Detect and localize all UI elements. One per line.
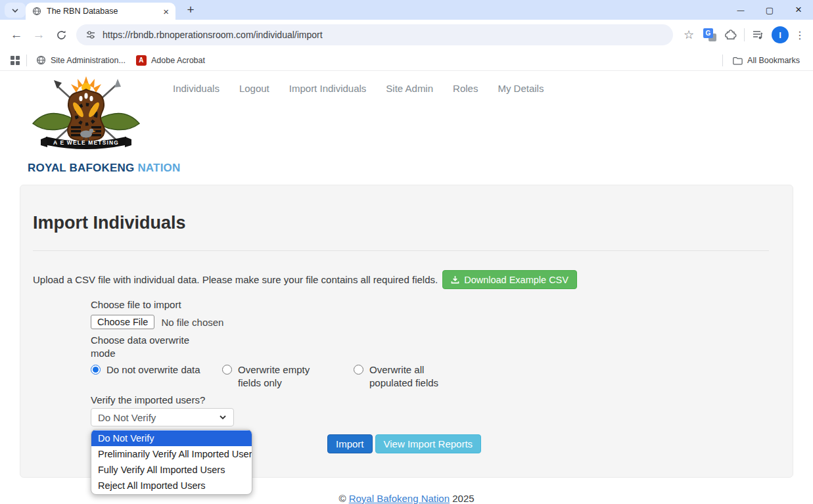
chevron-down-icon xyxy=(11,7,19,14)
download-icon xyxy=(451,275,459,284)
tab-strip: The RBN Database × + — ▢ × xyxy=(0,0,813,20)
logo-name-light: NATION xyxy=(137,162,180,174)
browser-window: The RBN Database × + — ▢ × ← → https://r… xyxy=(0,0,813,504)
browser-tab[interactable]: The RBN Database × xyxy=(26,3,175,20)
verify-select[interactable]: Do Not Verify xyxy=(91,408,234,426)
tab-close-icon[interactable]: × xyxy=(163,7,169,16)
radio-option-do-not-overwrite[interactable]: Do not overwrite data xyxy=(91,363,218,377)
browser-menu-icon[interactable]: ⋮ xyxy=(792,29,808,41)
window-controls: — ▢ × xyxy=(726,0,813,20)
radio-do-not-overwrite[interactable] xyxy=(91,365,101,375)
nav-item-logout[interactable]: Logout xyxy=(239,83,269,94)
rbn-logo[interactable]: A E WELE METSING ROYAL BAFOKENG NATION xyxy=(28,74,145,175)
download-example-csv-button[interactable]: Download Example CSV xyxy=(442,270,577,289)
site-nav: Individuals Logout Import Individuals Si… xyxy=(173,83,544,94)
dropdown-option-do-not-verify[interactable]: Do Not Verify xyxy=(91,430,252,446)
folder-icon xyxy=(732,55,743,66)
globe-favicon-icon xyxy=(32,7,41,16)
radio-option-overwrite-all[interactable]: Overwrite all populated fields xyxy=(354,363,468,390)
back-button[interactable]: ← xyxy=(5,24,28,46)
maximize-button[interactable]: ▢ xyxy=(755,0,784,20)
bookmark-adobe-acrobat[interactable]: A Adobe Acrobat xyxy=(131,53,210,68)
extensions-puzzle-icon[interactable] xyxy=(720,24,741,45)
browser-toolbar: ← → https://rbndb.rbnoperationsroom.com/… xyxy=(0,20,813,50)
footer-year: 2025 xyxy=(452,493,474,504)
footer-link-rbn[interactable]: Royal Bafokeng Nation xyxy=(349,493,450,504)
rbn-crest-image: A E WELE METSING xyxy=(28,74,145,158)
forward-button[interactable]: → xyxy=(28,24,50,46)
translate-icon[interactable]: G xyxy=(699,24,720,45)
import-button[interactable]: Import xyxy=(327,434,373,453)
file-status-text: No file chosen xyxy=(161,317,223,328)
chevron-down-icon xyxy=(219,412,227,423)
import-panel: Import Individuals Upload a CSV file wit… xyxy=(20,185,793,478)
dropdown-option-preliminarily-verify[interactable]: Preliminarily Verify All Imported Users xyxy=(91,446,252,462)
page-title: Import Individuals xyxy=(33,213,186,233)
title-divider xyxy=(33,250,769,251)
radio-overwrite-empty[interactable] xyxy=(222,365,232,375)
bookmark-label: Adobe Acrobat xyxy=(151,56,205,65)
bookmark-site-administration[interactable]: Site Administration... xyxy=(31,53,131,68)
nav-item-import-individuals[interactable]: Import Individuals xyxy=(289,83,367,94)
tab-title: The RBN Database xyxy=(47,7,158,16)
bookmark-label: Site Administration... xyxy=(51,56,126,65)
bookmarks-divider xyxy=(722,55,723,66)
all-bookmarks-button[interactable]: All Bookmarks xyxy=(727,53,805,68)
tab-search-button[interactable] xyxy=(5,3,26,18)
nav-item-individuals[interactable]: Individuals xyxy=(173,83,220,94)
verify-label: Verify the imported users? xyxy=(91,394,205,407)
logo-name-bold: ROYAL BAFOKENG xyxy=(28,162,134,174)
intro-text: Upload a CSV file with individual data. … xyxy=(33,274,438,285)
reload-button[interactable] xyxy=(50,24,72,46)
address-bar[interactable]: https://rbndb.rbnoperationsroom.com/indi… xyxy=(76,24,673,45)
verify-selected-value: Do Not Verify xyxy=(98,412,156,423)
all-bookmarks-label: All Bookmarks xyxy=(747,56,800,65)
file-input[interactable]: Choose File No file chosen xyxy=(91,315,223,329)
url-text: https://rbndb.rbnoperationsroom.com/indi… xyxy=(103,30,323,40)
close-window-button[interactable]: × xyxy=(784,0,813,20)
globe-icon xyxy=(36,55,46,65)
choose-file-button[interactable]: Choose File xyxy=(91,315,154,329)
minimize-button[interactable]: — xyxy=(726,0,755,20)
dropdown-option-fully-verify[interactable]: Fully Verify All Imported Users xyxy=(91,462,252,478)
bookmark-star-icon[interactable]: ☆ xyxy=(678,24,699,45)
nav-item-site-admin[interactable]: Site Admin xyxy=(386,83,433,94)
media-controls-icon[interactable] xyxy=(747,24,768,45)
apps-grid-icon[interactable] xyxy=(11,56,20,65)
profile-avatar[interactable]: I xyxy=(772,26,789,43)
new-tab-button[interactable]: + xyxy=(183,2,198,18)
svg-text:A E WELE METSING: A E WELE METSING xyxy=(53,139,119,146)
site-settings-icon xyxy=(85,30,96,40)
logo-wordmark: ROYAL BAFOKENG NATION xyxy=(28,162,145,175)
radio-overwrite-all[interactable] xyxy=(354,365,363,375)
bookmarks-divider xyxy=(26,55,27,66)
copyright-symbol: © xyxy=(338,493,346,504)
file-label: Choose file to import xyxy=(91,298,181,311)
nav-item-my-details[interactable]: My Details xyxy=(498,83,544,94)
nav-item-roles[interactable]: Roles xyxy=(453,83,478,94)
reload-icon xyxy=(56,30,67,41)
bookmarks-bar: Site Administration... A Adobe Acrobat A… xyxy=(0,50,813,71)
dropdown-option-reject-all[interactable]: Reject All Imported Users xyxy=(91,478,252,493)
view-import-reports-button[interactable]: View Import Reports xyxy=(375,434,482,453)
overwrite-label: Choose data overwrite mode xyxy=(91,334,193,360)
toolbar-divider xyxy=(744,28,745,41)
adobe-acrobat-icon: A xyxy=(136,55,147,66)
radio-option-overwrite-empty[interactable]: Overwrite empty fields only xyxy=(222,363,333,390)
verify-dropdown-list: Do Not Verify Preliminarily Verify All I… xyxy=(91,429,252,495)
